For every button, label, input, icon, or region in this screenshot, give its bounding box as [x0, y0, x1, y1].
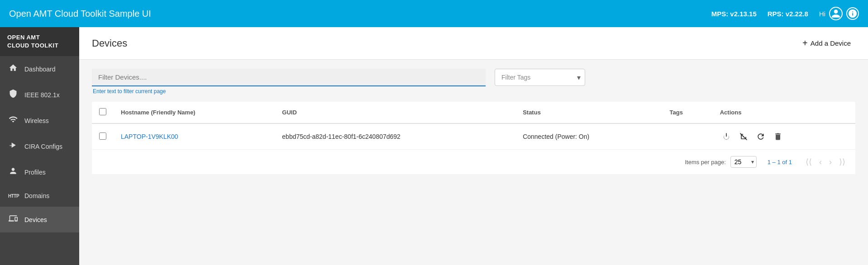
devices-content: Enter text to filter current page Filter…	[79, 60, 868, 265]
user-avatar-icon[interactable]	[829, 7, 843, 20]
sidebar-item-profiles[interactable]: Profiles	[0, 159, 79, 185]
row-guid: ebbd75cd-a82d-11ec-80f1-6c240807d692	[275, 123, 515, 150]
plus-icon: +	[802, 38, 808, 48]
prev-page-button[interactable]: ‹	[816, 156, 825, 169]
cira-icon: ⇔	[8, 141, 18, 152]
add-device-label: Add a Device	[811, 39, 851, 47]
svg-text:⇔: ⇔	[10, 144, 12, 147]
mps-version: MPS: v2.13.15	[711, 10, 757, 18]
header-right: MPS: v2.13.15 RPS: v2.22.8 Hi	[711, 7, 859, 20]
sidebar-item-devices[interactable]: Devices	[0, 207, 79, 232]
filter-input-wrap: Enter text to filter current page	[92, 69, 486, 95]
sidebar: OPEN AMT CLOUD TOOLKIT Dashboard IEEE 80…	[0, 27, 79, 265]
sidebar-label-cira: CIRA Configs	[24, 143, 62, 150]
sidebar-label-domains: Domains	[24, 192, 49, 199]
col-tags: Tags	[663, 102, 713, 123]
table-header-row: Hostname (Friendly Name) GUID Status Tag…	[92, 102, 855, 123]
sidebar-label-devices: Devices	[24, 216, 47, 223]
row-tags	[663, 123, 713, 150]
actions-cell	[720, 130, 848, 143]
page-title: Devices	[92, 38, 127, 49]
http-icon: HTTP	[8, 194, 18, 199]
col-actions: Actions	[713, 102, 855, 123]
delete-action-button[interactable]	[772, 130, 784, 143]
app-header: Open AMT Cloud Toolkit Sample UI MPS: v2…	[0, 0, 868, 27]
next-page-button[interactable]: ›	[826, 156, 835, 169]
sidebar-logo: OPEN AMT CLOUD TOOLKIT	[0, 27, 79, 56]
devices-table-wrap: Hostname (Friendly Name) GUID Status Tag…	[92, 102, 855, 174]
sidebar-label-profiles: Profiles	[24, 169, 46, 176]
items-per-page: Items per page: 10 25 50 100 ▾	[685, 156, 756, 168]
filter-tags-select[interactable]: Filter Tags	[495, 69, 585, 86]
last-page-button[interactable]: ⟩⟩	[836, 155, 848, 169]
power-action-button[interactable]	[720, 130, 733, 143]
sidebar-item-cira-configs[interactable]: ⇔ CIRA Configs	[0, 133, 79, 159]
sidebar-item-ieee8021x[interactable]: IEEE 802.1x	[0, 82, 79, 108]
pagination-buttons: ⟨⟨ ‹ › ⟩⟩	[803, 155, 848, 169]
sidebar-item-domains[interactable]: HTTP Domains	[0, 185, 79, 207]
pagination-row: Items per page: 10 25 50 100 ▾ 1 – 1 of …	[92, 150, 855, 174]
sidebar-label-wireless: Wireless	[24, 117, 49, 124]
sidebar-item-wireless[interactable]: Wireless	[0, 108, 79, 133]
hi-label: Hi	[819, 10, 825, 18]
table-header-checkbox	[92, 102, 114, 123]
devices-icon	[8, 214, 18, 225]
row-hostname: LAPTOP-1V9KLK00	[114, 123, 275, 150]
hostname-link[interactable]: LAPTOP-1V9KLK00	[121, 133, 178, 140]
rps-version: RPS: v2.22.8	[768, 10, 808, 18]
col-hostname: Hostname (Friendly Name)	[114, 102, 275, 123]
filter-devices-input[interactable]	[92, 69, 486, 86]
mute-action-button[interactable]	[737, 130, 750, 143]
main-layout: OPEN AMT CLOUD TOOLKIT Dashboard IEEE 80…	[0, 27, 868, 265]
shield-icon	[8, 89, 18, 100]
home-icon	[8, 63, 18, 75]
sidebar-item-dashboard[interactable]: Dashboard	[0, 56, 79, 82]
table-row: LAPTOP-1V9KLK00 ebbd75cd-a82d-11ec-80f1-…	[92, 123, 855, 150]
items-per-page-label: Items per page:	[685, 159, 725, 166]
sidebar-label-dashboard: Dashboard	[24, 66, 56, 73]
app-title: Open AMT Cloud Toolkit Sample UI	[9, 9, 711, 19]
first-page-button[interactable]: ⟨⟨	[803, 155, 815, 169]
profiles-icon	[8, 166, 18, 178]
filter-tags-container: Filter Tags ▾	[495, 69, 585, 86]
main-content: Devices + Add a Device Enter text to fil…	[79, 27, 868, 265]
row-checkbox[interactable]	[99, 132, 106, 140]
filter-row: Enter text to filter current page Filter…	[92, 69, 855, 95]
col-guid: GUID	[275, 102, 515, 123]
row-checkbox-cell	[92, 123, 114, 150]
page-header: Devices + Add a Device	[79, 27, 868, 60]
wifi-icon	[8, 115, 18, 126]
filter-hint: Enter text to filter current page	[92, 88, 486, 95]
row-actions	[713, 123, 855, 150]
page-select-wrap: 10 25 50 100 ▾	[730, 156, 757, 168]
row-status: Connected (Power: On)	[515, 123, 662, 150]
items-per-page-select[interactable]: 10 25 50 100	[730, 156, 757, 168]
select-all-checkbox[interactable]	[99, 108, 106, 115]
col-status: Status	[515, 102, 662, 123]
header-user: Hi	[819, 7, 859, 20]
devices-table: Hostname (Friendly Name) GUID Status Tag…	[92, 102, 855, 150]
refresh-action-button[interactable]	[754, 130, 767, 143]
info-icon[interactable]	[846, 7, 859, 20]
page-info: 1 – 1 of 1	[768, 159, 792, 166]
add-device-button[interactable]: + Add a Device	[798, 35, 855, 51]
sidebar-label-ieee8021x: IEEE 802.1x	[24, 91, 60, 99]
